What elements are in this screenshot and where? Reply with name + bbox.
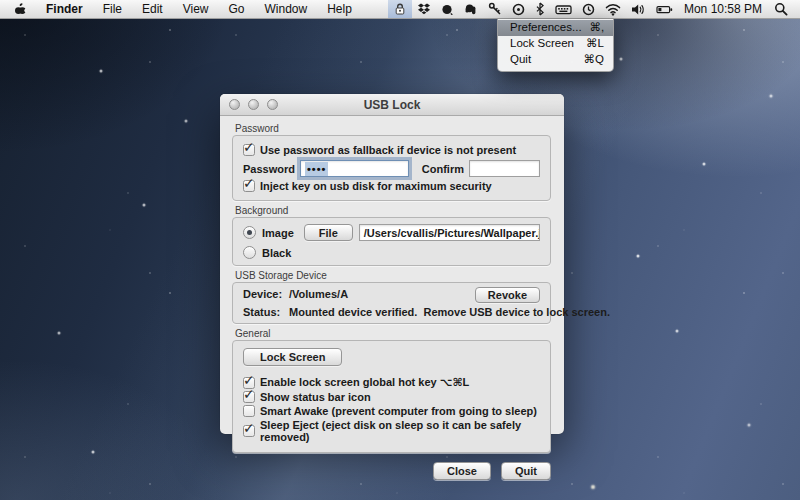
menu-item-label: Preferences... (510, 21, 582, 34)
spotlight-menu-extra[interactable] (770, 0, 800, 18)
device-label: Device: (243, 288, 289, 300)
black-radio-row: Black (243, 246, 540, 259)
spotlight-search-icon (774, 2, 788, 16)
menu-item-window[interactable]: Window (255, 0, 318, 18)
key-menu-extra[interactable] (483, 0, 507, 18)
password-input[interactable]: •••• (300, 160, 409, 177)
evernote-menu-extra[interactable] (459, 0, 483, 18)
battery-menu-extra[interactable] (651, 0, 678, 18)
menu-bar-clock[interactable]: Mon 10:58 PM (678, 2, 770, 16)
menu-item-preferences[interactable]: Preferences... ⌘, (498, 20, 613, 36)
close-button[interactable]: Close (433, 462, 491, 480)
device-value: /Volumes/A (289, 288, 348, 300)
menu-item-view[interactable]: View (173, 0, 219, 18)
menu-shortcut: ⌘, (590, 21, 605, 34)
menu-item-finder[interactable]: Finder (36, 0, 93, 18)
dropbox-menu-extra[interactable] (412, 0, 436, 18)
image-radio-label: Image (262, 227, 294, 239)
hotkey-checkbox-label: Enable lock screen global hot key ⌥⌘L (260, 376, 469, 389)
file-path-value: /Users/cvallis/Pictures/Wallpaper.jpg (364, 227, 540, 239)
sync-menu-extra[interactable] (577, 0, 600, 18)
sleep-eject-checkbox-row: Sleep Eject (eject disk on sleep so it c… (243, 419, 540, 443)
fallback-checkbox-row: Use password as fallback if device is no… (243, 144, 540, 156)
inject-key-checkbox-label: Inject key on usb disk for maximum secur… (260, 180, 492, 192)
fallback-checkbox[interactable] (243, 144, 255, 156)
round-app-icon (441, 3, 454, 16)
menu-item-label: Quit (510, 53, 531, 66)
fallback-checkbox-label: Use password as fallback if device is no… (260, 144, 516, 156)
window-title: USB Lock (220, 98, 564, 112)
password-fields-row: Password •••• Confirm (243, 160, 540, 177)
volume-menu-extra[interactable] (626, 0, 651, 18)
password-section: Password Use password as fallback if dev… (232, 123, 551, 201)
wifi-icon (605, 3, 621, 16)
confirm-input[interactable] (469, 160, 540, 177)
usb-lock-window: USB Lock Password Use password as fallba… (220, 94, 564, 434)
sleep-eject-checkbox[interactable] (243, 425, 255, 437)
image-radio-row: Image File /Users/cvallis/Pictures/Wallp… (243, 224, 540, 241)
file-path-input[interactable]: /Users/cvallis/Pictures/Wallpaper.jpg (359, 224, 540, 241)
wifi-menu-extra[interactable] (600, 0, 626, 18)
revoke-button[interactable]: Revoke (475, 287, 540, 303)
inject-checkbox-row: Inject key on usb disk for maximum secur… (243, 180, 540, 192)
file-button[interactable]: File (304, 224, 353, 241)
menu-item-quit[interactable]: Quit ⌘Q (498, 52, 613, 68)
smart-awake-checkbox-row: Smart Awake (prevent computer from going… (243, 405, 540, 417)
title-bar[interactable]: USB Lock (220, 94, 564, 116)
footer-buttons: Close Quit (232, 462, 551, 480)
hotkey-checkbox-row: Enable lock screen global hot key ⌥⌘L (243, 376, 540, 389)
usb-lock-menu-extra[interactable] (388, 0, 412, 18)
image-radio[interactable] (243, 226, 256, 239)
menu-bar: Finder File Edit View Go Window Help (0, 0, 800, 19)
sleep-eject-checkbox-label: Sleep Eject (eject disk on sleep so it c… (260, 419, 540, 443)
statusbar-checkbox[interactable] (243, 391, 255, 403)
password-section-title: Password (235, 123, 551, 134)
usb-section-title: USB Storage Device (235, 270, 551, 281)
smart-awake-checkbox-label: Smart Awake (prevent computer from going… (260, 405, 537, 417)
quit-button[interactable]: Quit (501, 462, 551, 480)
menu-item-label: Lock Screen (510, 37, 574, 50)
disc-icon (512, 3, 525, 16)
statusbar-checkbox-label: Show status bar icon (260, 391, 371, 403)
lock-screen-button[interactable]: Lock Screen (243, 348, 342, 366)
apple-menu[interactable] (0, 0, 36, 18)
general-section: General Lock Screen Enable lock screen g… (232, 328, 551, 453)
menu-item-file[interactable]: File (93, 0, 132, 18)
dropbox-icon (417, 3, 431, 16)
elephant-icon (464, 3, 478, 16)
inject-key-checkbox[interactable] (243, 180, 255, 192)
bluetooth-icon (535, 2, 545, 16)
keyboard-icon (555, 3, 572, 16)
black-radio[interactable] (243, 246, 256, 259)
smart-awake-checkbox[interactable] (243, 405, 255, 417)
window-content: Password Use password as fallback if dev… (220, 116, 564, 480)
disc-menu-extra[interactable] (507, 0, 530, 18)
menu-shortcut: ⌘Q (584, 53, 604, 66)
status-value: Mounted device verified. Remove USB devi… (289, 306, 610, 318)
menu-item-lock-screen[interactable]: Lock Screen ⌘L (498, 36, 613, 52)
general-section-title: General (235, 328, 551, 339)
password-field-label: Password (243, 163, 295, 175)
usb-lock-status-menu: Preferences... ⌘, Lock Screen ⌘L Quit ⌘Q (497, 19, 614, 72)
confirm-field-label: Confirm (422, 163, 464, 175)
device-row: Device: /Volumes/A Revoke (243, 288, 540, 300)
menu-item-go[interactable]: Go (219, 0, 255, 18)
background-section: Background Image File /Users/cvallis/Pic… (232, 205, 551, 266)
volume-icon (631, 3, 646, 16)
menu-item-help[interactable]: Help (317, 0, 362, 18)
key-icon (488, 2, 502, 16)
status-row: Status: Mounted device verified. Remove … (243, 306, 540, 318)
usb-storage-section: USB Storage Device Device: /Volumes/A Re… (232, 270, 551, 324)
black-radio-label: Black (262, 247, 291, 259)
background-section-title: Background (235, 205, 551, 216)
menu-item-edit[interactable]: Edit (132, 0, 173, 18)
status-label: Status: (243, 306, 289, 318)
menu-shortcut: ⌘L (586, 37, 604, 50)
password-dots: •••• (305, 162, 328, 176)
app-menu-extra[interactable] (436, 0, 459, 18)
battery-icon (656, 3, 673, 16)
keyboard-menu-extra[interactable] (550, 0, 577, 18)
apple-logo-icon (14, 2, 27, 16)
bluetooth-menu-extra[interactable] (530, 0, 550, 18)
statusbar-checkbox-row: Show status bar icon (243, 391, 540, 403)
